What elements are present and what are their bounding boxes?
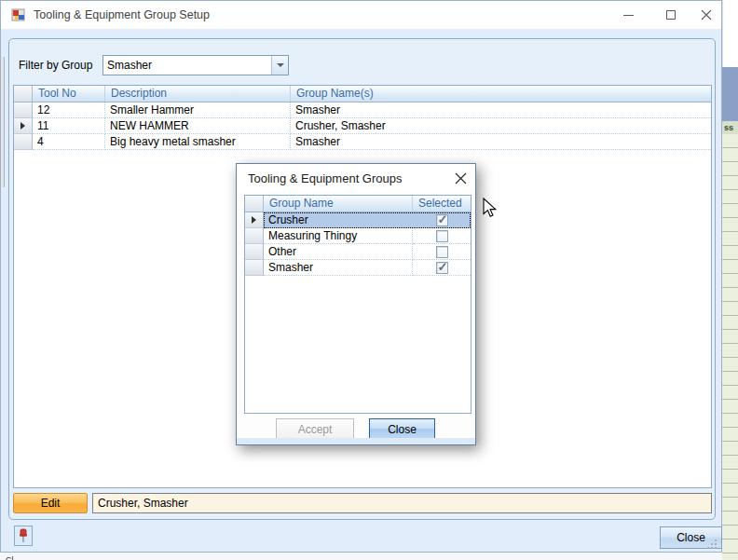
grid-corner-cell <box>14 86 33 102</box>
groups-grid: Group Name Selected Crusher Measuring Th… <box>244 195 472 414</box>
dialog-titlebar[interactable]: Tooling & Equipment Groups <box>237 164 475 192</box>
cell-group-name[interactable]: Crusher <box>264 212 413 228</box>
mouse-cursor <box>483 198 498 218</box>
row-header[interactable] <box>245 228 264 244</box>
maximize-icon <box>666 10 676 20</box>
pushpin-icon <box>18 528 29 543</box>
dialog-close-action-button[interactable]: Close <box>369 418 435 440</box>
checkbox[interactable] <box>436 262 448 274</box>
background-window-white <box>722 0 738 67</box>
cell-tool-no[interactable]: 4 <box>33 134 105 150</box>
app-icon <box>11 7 26 22</box>
background-window-text: ss <box>722 121 738 134</box>
row-header[interactable] <box>245 260 264 276</box>
table-row[interactable]: Measuring Thingy <box>245 228 471 244</box>
cell-selected <box>413 260 471 276</box>
screen: ss Cl Tooling & Equipment Group Setup Fi <box>0 0 738 560</box>
column-header-selected[interactable]: Selected <box>413 196 471 212</box>
maximize-button[interactable] <box>655 1 687 29</box>
desktop-text-fragment: Cl <box>6 555 14 560</box>
table-row[interactable]: 12 Smaller Hammer Smasher <box>14 102 711 118</box>
cell-selected <box>413 244 471 260</box>
filter-by-group-label: Filter by Group <box>19 55 92 75</box>
cell-group-name[interactable]: Other <box>264 244 413 260</box>
cell-description[interactable]: Big heavy metal smasher <box>105 134 291 150</box>
table-row[interactable]: Other <box>245 244 471 260</box>
column-header-description[interactable]: Description <box>105 86 291 102</box>
row-header[interactable] <box>245 212 264 228</box>
background-window-rows <box>722 134 738 560</box>
titlebar[interactable]: Tooling & Equipment Group Setup <box>1 1 721 29</box>
background-window-header <box>722 67 738 121</box>
background-window: ss <box>722 0 738 560</box>
filter-group-combobox[interactable]: Smasher <box>102 55 289 75</box>
edit-bar: Edit Crusher, Smasher <box>13 493 712 513</box>
background-sliver <box>1 57 5 187</box>
checkbox[interactable] <box>436 230 448 242</box>
resize-grip[interactable] <box>707 540 717 549</box>
row-header[interactable] <box>14 118 33 134</box>
cell-selected <box>413 228 471 244</box>
combobox-dropdown-button[interactable] <box>271 56 288 75</box>
column-header-group-names[interactable]: Group Name(s) <box>291 86 711 102</box>
cell-tool-no[interactable]: 12 <box>33 102 105 118</box>
accept-button[interactable]: Accept <box>276 418 354 440</box>
cell-tool-no[interactable]: 11 <box>33 118 105 134</box>
checkbox[interactable] <box>436 214 448 226</box>
minimize-icon <box>623 15 634 16</box>
close-icon <box>455 172 467 184</box>
chevron-down-icon <box>277 63 284 67</box>
dialog-title: Tooling & Equipment Groups <box>248 171 402 185</box>
groups-grid-header: Group Name Selected <box>245 196 471 212</box>
cell-groups[interactable]: Crusher, Smasher <box>291 118 711 134</box>
close-window-button[interactable] <box>690 1 722 29</box>
dialog-close-button[interactable] <box>445 164 475 192</box>
row-header[interactable] <box>14 134 33 150</box>
groups-textbox[interactable]: Crusher, Smasher <box>92 493 712 513</box>
table-row[interactable]: 11 NEW HAMMER Crusher, Smasher <box>14 118 711 134</box>
cell-description[interactable]: Smaller Hammer <box>105 102 291 118</box>
groups-dialog: Tooling & Equipment Groups Group Name Se… <box>236 163 476 445</box>
cell-selected <box>413 212 471 228</box>
edit-button[interactable]: Edit <box>13 493 88 513</box>
cell-group-name[interactable]: Measuring Thingy <box>264 228 413 244</box>
current-row-icon <box>20 122 25 130</box>
close-icon <box>701 9 712 20</box>
row-header[interactable] <box>245 244 264 260</box>
row-header[interactable] <box>14 102 33 118</box>
table-row[interactable]: Crusher <box>245 212 471 228</box>
pin-button[interactable] <box>14 526 33 546</box>
cell-description[interactable]: NEW HAMMER <box>105 118 291 134</box>
desktop-strip: Cl <box>0 553 722 560</box>
cell-groups[interactable]: Smasher <box>291 102 711 118</box>
cell-group-name[interactable]: Smasher <box>264 260 413 276</box>
table-row[interactable]: 4 Big heavy metal smasher Smasher <box>14 134 711 150</box>
window-title: Tooling & Equipment Group Setup <box>34 8 210 21</box>
checkbox[interactable] <box>436 246 448 258</box>
dialog-footer-band <box>237 438 475 444</box>
cell-groups[interactable]: Smasher <box>291 134 711 150</box>
grid-corner-cell <box>245 196 264 212</box>
combobox-value: Smasher <box>103 56 271 75</box>
column-header-tool-no[interactable]: Tool No <box>33 86 105 102</box>
table-row[interactable]: Smasher <box>245 260 471 276</box>
minimize-button[interactable] <box>612 1 644 29</box>
tools-grid-header: Tool No Description Group Name(s) <box>14 86 711 102</box>
current-row-icon <box>252 216 256 224</box>
column-header-group-name[interactable]: Group Name <box>264 196 413 212</box>
